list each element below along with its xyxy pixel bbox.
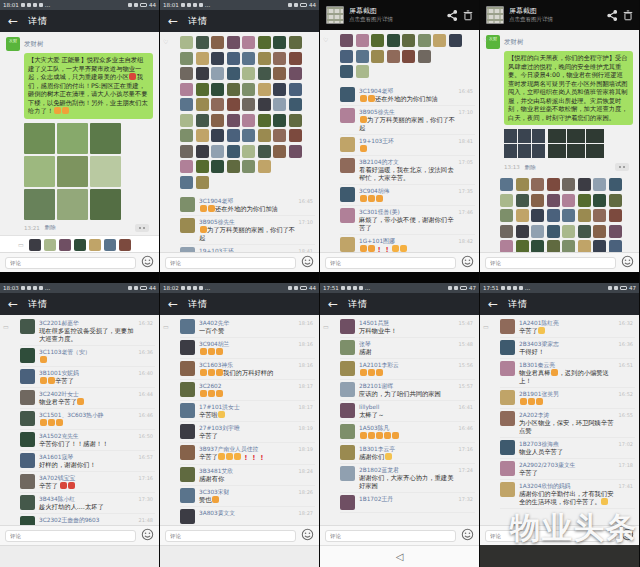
commenter-name[interactable]: 2B1802蓝龙君 bbox=[359, 466, 459, 474]
member-avatar[interactable] bbox=[242, 98, 255, 111]
member-avatar[interactable] bbox=[258, 129, 271, 142]
commenter-name[interactable]: 3C1904老邓 bbox=[359, 87, 459, 95]
commenter-avatar[interactable] bbox=[340, 108, 355, 123]
share-icon[interactable] bbox=[447, 6, 458, 25]
commenter-avatar[interactable] bbox=[500, 482, 515, 497]
back-arrow-icon[interactable]: ← bbox=[168, 297, 178, 311]
comment-row[interactable]: 3C1103老管（安）16:36 bbox=[20, 346, 155, 367]
member-avatar[interactable] bbox=[258, 114, 271, 127]
commenter-name[interactable]: 3C1603神乐 bbox=[199, 361, 299, 369]
commenter-name[interactable]: 3C904胡伟 bbox=[359, 187, 459, 195]
commenter-avatar[interactable] bbox=[180, 382, 195, 397]
member-avatar[interactable] bbox=[242, 83, 255, 96]
photo-cluster-b[interactable] bbox=[548, 129, 604, 159]
comment-row[interactable]: 3C2302王盎盎的960321:48 bbox=[20, 514, 155, 525]
commenter-name[interactable]: 3C2201郝嘉华 bbox=[39, 319, 139, 327]
commenter-name[interactable]: 2B3403梁家志 bbox=[519, 340, 619, 348]
comment-row[interactable]: 3A803黄文文18:27 bbox=[180, 507, 315, 525]
comment-row[interactable]: 3C1501、3C603热小静16:46 bbox=[20, 409, 155, 430]
commenter-name[interactable]: 3C2402叶女士 bbox=[39, 390, 139, 398]
commenter-avatar[interactable] bbox=[340, 187, 355, 202]
post-photo[interactable] bbox=[57, 156, 88, 187]
member-avatar[interactable] bbox=[180, 36, 193, 49]
commenter-avatar[interactable] bbox=[20, 390, 35, 405]
member-avatar[interactable] bbox=[211, 52, 224, 65]
member-avatar[interactable] bbox=[609, 194, 622, 207]
commenter-name[interactable]: 2A202李涛 bbox=[519, 411, 619, 419]
post-photo[interactable] bbox=[57, 123, 88, 154]
comment-row[interactable]: 3A1601寇琴好样的，谢谢你们！16:57 bbox=[20, 451, 155, 472]
comment-row[interactable]: 19+103王环18:41 bbox=[340, 135, 475, 156]
member-avatar[interactable] bbox=[242, 67, 255, 80]
commenter-name[interactable]: 3C1501、3C603热小静 bbox=[39, 411, 139, 419]
member-avatar[interactable] bbox=[402, 50, 415, 63]
member-avatar[interactable] bbox=[593, 209, 606, 222]
comment-input[interactable] bbox=[485, 257, 616, 269]
member-avatar[interactable] bbox=[562, 194, 575, 207]
member-avatar[interactable] bbox=[180, 52, 193, 65]
commenter-avatar[interactable] bbox=[20, 348, 35, 363]
liker-avatar[interactable] bbox=[44, 239, 56, 251]
member-avatar[interactable] bbox=[273, 36, 286, 49]
member-avatar[interactable] bbox=[356, 50, 369, 63]
comment-row[interactable]: 2B2101谢晖应该的，为了咱们共同的家园15:57 bbox=[340, 380, 475, 401]
commenter-avatar[interactable] bbox=[500, 390, 515, 405]
member-avatar[interactable] bbox=[289, 36, 302, 49]
commenter-name[interactable]: 3A402先华 bbox=[199, 319, 299, 327]
member-avatar[interactable] bbox=[562, 225, 575, 238]
member-avatar[interactable] bbox=[516, 209, 529, 222]
commenter-name[interactable]: 3C2602 bbox=[199, 382, 299, 390]
commenter-avatar[interactable] bbox=[20, 369, 35, 384]
commenter-name[interactable]: 14501吕慧 bbox=[359, 319, 459, 327]
commenter-avatar[interactable] bbox=[180, 509, 195, 524]
comment-row[interactable]: 3B3481艾欣感谢有你18:24 bbox=[180, 465, 315, 486]
comment-row[interactable]: 1B2703徐海燕物业人员辛苦了17:02 bbox=[500, 438, 635, 459]
member-avatar[interactable] bbox=[340, 34, 353, 47]
commenter-name[interactable]: 3C303宋财 bbox=[199, 488, 299, 496]
member-avatar[interactable] bbox=[578, 194, 591, 207]
member-avatar[interactable] bbox=[340, 65, 353, 78]
emoji-smiley-icon[interactable] bbox=[141, 526, 154, 545]
commenter-name[interactable]: 1B2703徐海燕 bbox=[519, 440, 619, 448]
like-comment-pill[interactable] bbox=[135, 224, 149, 232]
commenter-avatar[interactable] bbox=[500, 361, 515, 376]
member-avatar[interactable] bbox=[196, 129, 209, 142]
comment-row[interactable]: 1B1702王丹17:32 bbox=[340, 493, 475, 513]
member-avatar[interactable] bbox=[356, 34, 369, 47]
emoji-smiley-icon[interactable] bbox=[301, 253, 314, 272]
member-avatar[interactable] bbox=[227, 145, 240, 158]
member-avatar[interactable] bbox=[500, 194, 513, 207]
member-avatar[interactable] bbox=[227, 114, 240, 127]
member-avatar[interactable] bbox=[609, 240, 622, 252]
member-avatar[interactable] bbox=[289, 52, 302, 65]
member-avatar[interactable] bbox=[211, 67, 224, 80]
member-avatar[interactable] bbox=[258, 83, 271, 96]
comment-row[interactable]: 3C2402叶女士物业君辛苦了16:44 bbox=[20, 388, 155, 409]
post-photo[interactable] bbox=[24, 156, 55, 187]
member-avatar[interactable] bbox=[242, 52, 255, 65]
commenter-name[interactable]: 19+103王环 bbox=[359, 137, 459, 145]
comment-row[interactable]: 3C904胡兰18:16 bbox=[180, 338, 315, 359]
member-avatar[interactable] bbox=[273, 83, 286, 96]
commenter-name[interactable]: 3C904胡兰 bbox=[199, 340, 299, 348]
commenter-avatar[interactable] bbox=[20, 319, 35, 334]
commenter-name[interactable]: 3C301怪兽(美) bbox=[359, 208, 459, 216]
member-avatar[interactable] bbox=[516, 178, 529, 191]
member-avatar[interactable] bbox=[449, 34, 462, 47]
back-arrow-icon[interactable]: ← bbox=[168, 14, 178, 28]
member-avatar[interactable] bbox=[289, 98, 302, 111]
member-avatar[interactable] bbox=[258, 98, 271, 111]
emoji-smiley-icon[interactable] bbox=[621, 526, 634, 545]
commenter-name[interactable]: 27#103刘宇唯 bbox=[199, 424, 299, 432]
member-avatar[interactable] bbox=[196, 52, 209, 65]
share-icon[interactable] bbox=[607, 6, 618, 25]
member-avatar[interactable] bbox=[402, 34, 415, 47]
member-avatar[interactable] bbox=[227, 129, 240, 142]
post-photo[interactable] bbox=[90, 156, 121, 187]
commenter-name[interactable]: 17#101洪女士 bbox=[199, 403, 299, 411]
commenter-name[interactable]: 3A1502克先生 bbox=[39, 432, 139, 440]
commenter-name[interactable]: 3A1601寇琴 bbox=[39, 453, 139, 461]
commenter-avatar[interactable] bbox=[20, 411, 35, 426]
comment-row[interactable]: 3C2201郝嘉华现在很多监控设备受损了，更要加大巡查力度。16:32 bbox=[20, 317, 155, 346]
commenter-avatar[interactable] bbox=[340, 319, 355, 334]
